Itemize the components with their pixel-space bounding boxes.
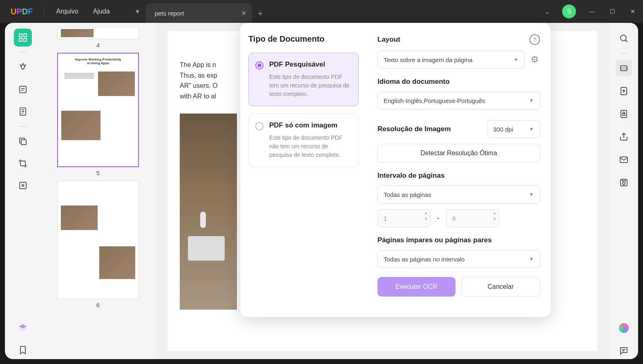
option-image-only-pdf[interactable]: PDF só com imagem Este tipo de documento… — [248, 114, 359, 167]
odd-even-label: Páginas ímpares ou páginas pares — [377, 236, 540, 244]
crop-tool[interactable] — [14, 154, 32, 172]
page-number: 6 — [49, 301, 147, 308]
svg-rect-4 — [20, 86, 26, 93]
add-tab-button[interactable]: ＋ — [252, 3, 268, 23]
chevron-down-icon: ▼ — [529, 126, 534, 132]
svg-rect-1 — [24, 34, 27, 37]
divider — [44, 7, 45, 16]
chevron-down-icon: ▼ — [514, 57, 518, 63]
ocr-icon[interactable]: OCR — [616, 60, 632, 76]
range-from-input[interactable]: 1 ▲▼ — [377, 209, 431, 227]
titlebar: UPDF Arquivo Ajuda ▾ pets report ✕ ＋ ⌄ S… — [0, 0, 643, 23]
bookmark-tool[interactable] — [14, 341, 32, 359]
radio-icon — [255, 122, 263, 130]
run-ocr-button[interactable]: Executar OCR — [377, 277, 455, 297]
page-number: 4 — [49, 42, 147, 49]
layout-select[interactable]: Texto sobre a imagem da página▼ — [377, 51, 525, 69]
copy-tool[interactable] — [14, 132, 32, 150]
range-dash: - — [437, 214, 440, 223]
divider — [620, 53, 627, 54]
ocr-settings: Layout ? Texto sobre a imagem da página▼… — [367, 23, 551, 317]
svg-rect-17 — [622, 179, 625, 181]
option-title: PDF só com imagem — [269, 121, 351, 130]
highlighter-tool[interactable] — [14, 58, 32, 76]
option-description: Este tipo de documento PDF tem um recurs… — [269, 73, 351, 98]
page-range-label: Intervalo de páginas — [377, 172, 540, 180]
radio-icon — [255, 61, 263, 69]
user-avatar[interactable]: S — [562, 4, 576, 18]
option-title: PDF Pesquisável — [269, 60, 351, 69]
layers-tool[interactable] — [14, 319, 32, 337]
comment-icon[interactable] — [616, 343, 632, 359]
search-icon[interactable] — [616, 30, 632, 47]
thumbnails-tool[interactable] — [14, 29, 32, 47]
svg-rect-2 — [19, 38, 22, 41]
svg-rect-13 — [623, 114, 625, 116]
svg-rect-3 — [24, 38, 27, 41]
minimize-button[interactable]: — — [582, 0, 602, 23]
svg-point-16 — [623, 182, 625, 185]
resolution-label: Resolução de Imagem — [377, 125, 451, 133]
left-toolbar — [5, 23, 41, 359]
chevron-down-icon: ▼ — [529, 192, 534, 197]
compress-tool[interactable] — [14, 176, 32, 194]
menu-help[interactable]: Ajuda — [86, 8, 117, 15]
thumb-page-6[interactable]: 6 — [49, 181, 147, 308]
layout-label: Layout — [377, 36, 400, 44]
thumbnail-panel: 4 Improve Working Productivityin Using A… — [41, 23, 155, 359]
chevron-down-icon: ▼ — [529, 98, 534, 103]
language-select[interactable]: English-Inglês,Portuguese-Português▼ — [377, 92, 540, 109]
window-controls: ⌄ S — ☐ ✕ — [538, 0, 643, 23]
language-label: Idioma do documento — [377, 78, 540, 86]
gear-icon[interactable]: ⚙ — [529, 54, 540, 65]
svg-text:OCR: OCR — [621, 67, 627, 70]
document-tab[interactable]: pets report ✕ — [146, 3, 252, 23]
stepper-icon[interactable]: ▲▼ — [424, 211, 428, 221]
right-toolbar: OCR — [610, 23, 638, 359]
range-to-input[interactable]: 6 ▲▼ — [446, 209, 499, 227]
detect-resolution-button[interactable]: Detectar Resolução Ótima — [377, 144, 540, 163]
svg-rect-6 — [21, 140, 26, 145]
share-icon[interactable] — [616, 129, 632, 145]
ocr-panel: Tipo de Documento PDF Pesquisável Este t… — [240, 23, 551, 317]
divider — [19, 52, 27, 53]
edit-tool[interactable] — [14, 80, 32, 98]
email-icon[interactable] — [616, 152, 632, 168]
close-button[interactable]: ✕ — [623, 0, 643, 23]
page-range-select[interactable]: Todas as páginas▼ — [377, 185, 540, 203]
option-description: Este tipo de documento PDF não tem um re… — [269, 134, 351, 159]
svg-point-8 — [621, 35, 626, 41]
page-number: 5 — [49, 170, 147, 176]
stepper-icon[interactable]: ▲▼ — [493, 211, 496, 221]
option-searchable-pdf[interactable]: PDF Pesquisável Este tipo de documento P… — [248, 53, 359, 106]
menu-file[interactable]: Arquivo — [49, 8, 85, 15]
app-logo: UPDF — [11, 7, 33, 16]
convert-icon[interactable] — [616, 83, 632, 99]
cancel-button[interactable]: Cancelar — [461, 277, 540, 297]
thumb-page-4[interactable]: 4 — [49, 27, 147, 49]
page-image — [180, 114, 237, 310]
thumb-page-5[interactable]: Improve Working Productivityin Using App… — [49, 53, 147, 176]
resolution-select[interactable]: 300 dpi▼ — [487, 120, 540, 138]
chevron-down-icon: ▼ — [529, 256, 534, 262]
maximize-button[interactable]: ☐ — [602, 0, 623, 23]
protect-icon[interactable] — [616, 106, 632, 122]
save-icon[interactable] — [616, 174, 632, 191]
divider — [19, 126, 27, 127]
ai-icon[interactable] — [616, 320, 632, 336]
tab-bar: ▾ pets report ✕ ＋ — [129, 0, 268, 23]
tab-dropdown[interactable]: ▾ — [129, 0, 146, 23]
tab-title: pets report — [155, 10, 184, 17]
doc-type-heading: Tipo de Documento — [248, 34, 359, 44]
doc-type-section: Tipo de Documento PDF Pesquisável Este t… — [240, 23, 367, 317]
close-icon[interactable]: ✕ — [241, 9, 246, 17]
svg-rect-0 — [19, 34, 22, 37]
page-tool[interactable] — [14, 103, 32, 121]
odd-even-select[interactable]: Todas as páginas no intervalo▼ — [377, 250, 540, 268]
chevron-down-icon[interactable]: ⌄ — [538, 8, 556, 16]
help-icon[interactable]: ? — [529, 34, 540, 45]
